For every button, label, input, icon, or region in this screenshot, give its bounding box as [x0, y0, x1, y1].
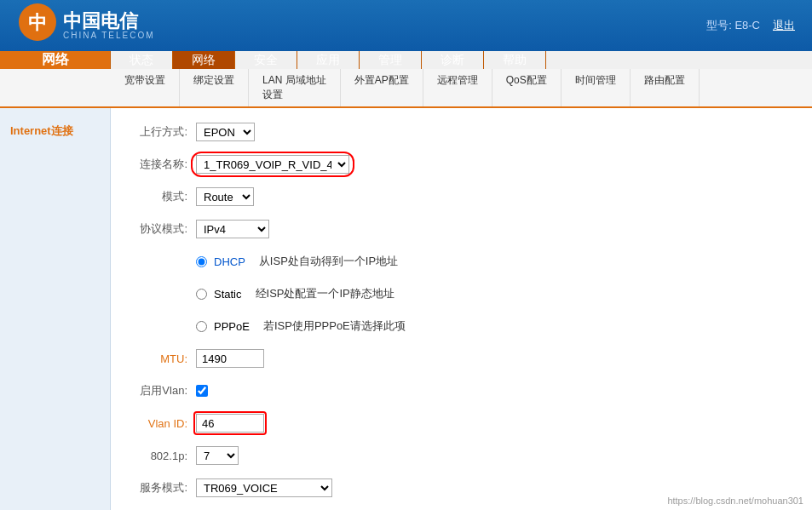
pppoe-desc: 若ISP使用PPPoE请选择此项: [263, 318, 406, 334]
watermark: https://blog.csdn.net/mohuan301: [667, 496, 803, 506]
content: 上行方式: EPON GPON ETH 连接名称: 1_TR069_VOIP_R…: [111, 108, 812, 510]
service-label: 服务模式:: [128, 480, 196, 496]
vlan-id-control: [196, 414, 264, 433]
header: 中 中国电信 CHINA TELECOM 型号: E8-C 退出: [0, 0, 812, 51]
sidebar-item-internet[interactable]: Internet连接: [0, 117, 110, 146]
uplink-label: 上行方式:: [128, 124, 196, 140]
sidebar: Internet连接: [0, 108, 111, 510]
mode-label: 模式:: [128, 189, 196, 204]
logo-chinese: 中国电信: [63, 12, 155, 31]
uplink-select[interactable]: EPON GPON ETH: [196, 123, 255, 141]
model-label: 型号: E8-C: [706, 18, 760, 33]
logout-button[interactable]: 退出: [773, 18, 795, 33]
static-desc: 经ISP处配置一个IP静态地址: [256, 286, 394, 301]
sub-item-binding[interactable]: 绑定设置: [180, 69, 249, 106]
dhcp-row: DHCP 从ISP处自动得到一个IP地址: [128, 250, 795, 272]
nav-item-diagnose[interactable]: 诊断: [422, 51, 484, 69]
vlan-id-row: Vlan ID:: [128, 412, 795, 434]
secondary-nav: 宽带设置 绑定设置 LAN 局域地址设置 外置AP配置 远程管理 QoS配置 时…: [0, 69, 812, 108]
pppoe-row: PPPoE 若ISP使用PPPoE请选择此项: [128, 315, 795, 337]
nav-section-label: 网络: [0, 51, 111, 69]
sub-item-ap[interactable]: 外置AP配置: [341, 69, 423, 106]
dot1p-control: 7 6 5 4 3 2 1 0: [196, 446, 239, 465]
logo-icon: 中: [17, 2, 58, 49]
logo-english: CHINA TELECOM: [63, 31, 155, 40]
vlan-id-annotated: [196, 414, 264, 433]
uplink-row: 上行方式: EPON GPON ETH: [128, 121, 795, 143]
pppoe-control: PPPoE 若ISP使用PPPoE请选择此项: [196, 318, 406, 334]
mode-control: Route Bridge: [196, 187, 254, 206]
main: Internet连接 上行方式: EPON GPON ETH 连接名称: 1_T…: [0, 108, 812, 510]
nav-item-status[interactable]: 状态: [111, 51, 173, 69]
logo-area: 中 中国电信 CHINA TELECOM: [17, 2, 155, 49]
nav-item-help[interactable]: 帮助: [484, 51, 546, 69]
sub-item-remote[interactable]: 远程管理: [423, 69, 492, 106]
pppoe-radio[interactable]: [196, 321, 207, 332]
static-radio[interactable]: [196, 289, 207, 300]
vlan-id-input[interactable]: [196, 414, 264, 433]
vlan-enable-row: 启用Vlan:: [128, 380, 795, 402]
conn-name-label: 连接名称:: [128, 157, 196, 172]
conn-name-annotated: 1_TR069_VOIP_R_VID_46 2_INTERNET_R_VID_4…: [196, 155, 349, 174]
sub-item-qos[interactable]: QoS配置: [492, 69, 561, 106]
protocol-control: IPv4 IPv6 IPv4/IPv6: [196, 220, 269, 238]
mode-row: 模式: Route Bridge: [128, 186, 795, 208]
mtu-input[interactable]: [196, 349, 264, 368]
static-control: Static 经ISP处配置一个IP静态地址: [196, 286, 394, 301]
header-right: 型号: E8-C 退出: [706, 18, 795, 33]
nav-item-app[interactable]: 应用: [297, 51, 360, 69]
uplink-control: EPON GPON ETH: [196, 123, 255, 141]
nav-primary-items: 状态 网络 安全 应用 管理 诊断 帮助: [111, 51, 812, 69]
dhcp-radio[interactable]: [196, 256, 207, 267]
vlan-enable-label: 启用Vlan:: [128, 383, 196, 398]
dhcp-desc: 从ISP处自动得到一个IP地址: [259, 254, 398, 269]
vlan-enable-checkbox[interactable]: [196, 385, 208, 397]
dot1p-label: 802.1p:: [128, 450, 196, 462]
svg-text:中: 中: [28, 12, 47, 33]
static-label: Static: [214, 288, 242, 301]
dhcp-label: DHCP: [214, 255, 245, 268]
sub-item-time[interactable]: 时间管理: [561, 69, 631, 106]
mode-select[interactable]: Route Bridge: [196, 187, 254, 206]
protocol-label: 协议模式:: [128, 221, 196, 237]
sub-item-route[interactable]: 路由配置: [631, 69, 700, 106]
mtu-row: MTU:: [128, 347, 795, 370]
service-control: TR069_VOICE INTERNET IPTV VOIP: [196, 478, 332, 497]
nav-item-security[interactable]: 安全: [235, 51, 297, 69]
vlan-enable-control: [196, 385, 208, 397]
nav-item-network[interactable]: 网络: [173, 51, 235, 69]
protocol-row: 协议模式: IPv4 IPv6 IPv4/IPv6: [128, 218, 795, 240]
dhcp-control: DHCP 从ISP处自动得到一个IP地址: [196, 254, 398, 269]
protocol-select[interactable]: IPv4 IPv6 IPv4/IPv6: [196, 220, 269, 238]
primary-nav: 网络 状态 网络 安全 应用 管理 诊断 帮助: [0, 51, 812, 69]
service-select[interactable]: TR069_VOICE INTERNET IPTV VOIP: [196, 478, 332, 497]
dot1p-row: 802.1p: 7 6 5 4 3 2 1 0: [128, 444, 795, 467]
mtu-label: MTU:: [128, 352, 196, 365]
static-row: Static 经ISP处配置一个IP静态地址: [128, 283, 795, 305]
sub-item-lan[interactable]: LAN 局域地址设置: [249, 69, 341, 106]
conn-name-control: 1_TR069_VOIP_R_VID_46 2_INTERNET_R_VID_4…: [196, 155, 349, 174]
pppoe-label: PPPoE: [214, 320, 250, 333]
conn-name-row: 连接名称: 1_TR069_VOIP_R_VID_46 2_INTERNET_R…: [128, 153, 795, 175]
conn-name-select[interactable]: 1_TR069_VOIP_R_VID_46 2_INTERNET_R_VID_4…: [196, 155, 349, 174]
vlan-id-label: Vlan ID:: [128, 417, 196, 430]
sub-item-broadband[interactable]: 宽带设置: [111, 69, 180, 106]
dot1p-select[interactable]: 7 6 5 4 3 2 1 0: [196, 446, 239, 465]
mtu-control: [196, 349, 264, 368]
nav-item-manage[interactable]: 管理: [360, 51, 422, 69]
logo-text-area: 中国电信 CHINA TELECOM: [63, 12, 155, 40]
